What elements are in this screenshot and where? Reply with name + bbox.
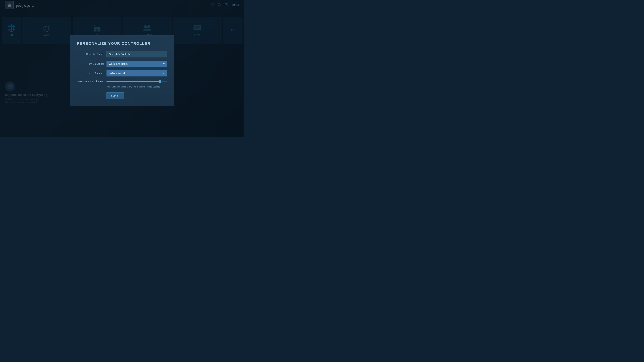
modal-title: PERSONALIZE YOUR CONTROLLER [77, 41, 167, 46]
brightness-row: Steam Button Brightness: [77, 80, 167, 83]
controller-name-label: Controller Name: [77, 53, 104, 55]
turn-on-sound-select[interactable]: Default Sound Warm and Happy Achievement… [106, 61, 167, 67]
controller-name-row: Controller Name: [77, 51, 167, 57]
turn-off-sound-label: Turn Off Sound: [77, 72, 104, 75]
helper-text: You can update these at any time in the … [106, 85, 167, 88]
turn-off-sound-row: Turn Off Sound: Default Sound Warm and H… [77, 70, 167, 76]
turn-off-sound-select[interactable]: Default Sound Warm and Happy Achievement… [106, 70, 167, 76]
turn-on-sound-row: Turn On Sound: Default Sound Warm and Ha… [77, 61, 167, 67]
turn-on-sound-label: Turn On Sound: [77, 62, 104, 65]
turn-on-sound-select-wrapper: Default Sound Warm and Happy Achievement… [106, 61, 167, 67]
brightness-slider-container [106, 80, 167, 83]
controller-name-input[interactable] [106, 51, 167, 57]
turn-off-sound-select-wrapper: Default Sound Warm and Happy Achievement… [106, 70, 167, 76]
submit-button[interactable]: Submit [106, 92, 124, 99]
brightness-label: Steam Button Brightness: [77, 80, 104, 83]
controller-personalize-modal: PERSONALIZE YOUR CONTROLLER Controller N… [70, 35, 174, 106]
